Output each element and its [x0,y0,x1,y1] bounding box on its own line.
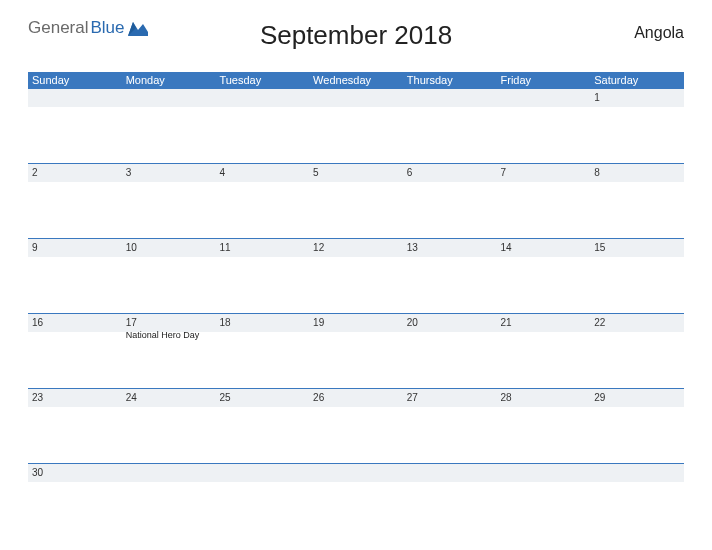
day-cell-body [122,482,216,538]
day-number: 9 [32,242,38,253]
day-cell-header: 7 [497,164,591,182]
day-number: 27 [407,392,418,403]
day-cell-header: 18 [215,314,309,332]
calendar-header: General Blue September 2018 Angola [28,18,684,66]
day-cell: 8 [590,164,684,239]
day-cell: 22 [590,314,684,389]
day-cell-header: 2 [28,164,122,182]
day-number: 13 [407,242,418,253]
day-cell-body [403,257,497,313]
day-cell: 25 [215,389,309,464]
week-row: 30 [28,464,684,539]
day-header-row: Sunday Monday Tuesday Wednesday Thursday… [28,72,684,89]
day-cell-body [403,407,497,463]
day-cell: 16 [28,314,122,389]
day-cell-body [590,257,684,313]
day-cell-header: 5 [309,164,403,182]
day-number: 7 [501,167,507,178]
day-number: 6 [407,167,413,178]
day-cell [497,464,591,539]
day-number: 23 [32,392,43,403]
day-cell: 18 [215,314,309,389]
day-cell-header [403,464,497,482]
day-number: 15 [594,242,605,253]
day-cell-header [497,89,591,107]
day-cell-body [309,107,403,163]
day-header-sunday: Sunday [28,72,122,89]
day-cell: 28 [497,389,591,464]
day-number: 10 [126,242,137,253]
day-header-monday: Monday [122,72,216,89]
day-number: 20 [407,317,418,328]
day-number: 25 [219,392,230,403]
day-cell [122,89,216,164]
day-number: 4 [219,167,225,178]
day-cell: 29 [590,389,684,464]
day-cell: 27 [403,389,497,464]
day-cell-body [403,332,497,388]
day-cell: 5 [309,164,403,239]
day-cell-body [590,482,684,538]
day-cell: 9 [28,239,122,314]
day-number: 3 [126,167,132,178]
day-cell-body [122,107,216,163]
day-cell: 26 [309,389,403,464]
day-number: 21 [501,317,512,328]
calendar-body: 1234567891011121314151617National Hero D… [28,89,684,539]
day-event: National Hero Day [126,329,212,342]
day-cell-header [403,89,497,107]
day-header-thursday: Thursday [403,72,497,89]
day-number: 28 [501,392,512,403]
day-cell-header: 29 [590,389,684,407]
day-cell: 14 [497,239,591,314]
week-row: 9101112131415 [28,239,684,314]
day-cell-body [28,482,122,538]
week-row: 1617National Hero Day1819202122 [28,314,684,389]
day-cell: 24 [122,389,216,464]
day-number: 5 [313,167,319,178]
day-header-saturday: Saturday [590,72,684,89]
day-cell-body [590,332,684,388]
day-cell-header [215,89,309,107]
day-header-wednesday: Wednesday [309,72,403,89]
day-cell-body [28,182,122,238]
day-cell: 2 [28,164,122,239]
day-cell-header: 12 [309,239,403,257]
day-cell-header: 3 [122,164,216,182]
day-cell-body [309,257,403,313]
day-cell: 11 [215,239,309,314]
day-cell-header: 6 [403,164,497,182]
day-number: 17 [126,317,137,328]
day-cell-header [122,89,216,107]
day-cell-body [28,332,122,388]
day-cell-body [215,332,309,388]
day-number: 24 [126,392,137,403]
day-cell-body [122,407,216,463]
day-number: 2 [32,167,38,178]
day-cell [403,89,497,164]
day-number: 8 [594,167,600,178]
calendar-grid: Sunday Monday Tuesday Wednesday Thursday… [28,72,684,538]
day-cell-body [215,482,309,538]
day-cell: 3 [122,164,216,239]
day-cell: 15 [590,239,684,314]
day-cell-body [590,107,684,163]
day-cell: 6 [403,164,497,239]
day-cell-body [28,257,122,313]
day-cell [309,89,403,164]
day-cell: 12 [309,239,403,314]
day-number: 16 [32,317,43,328]
day-number: 26 [313,392,324,403]
day-number: 14 [501,242,512,253]
day-cell-body [497,332,591,388]
day-cell: 7 [497,164,591,239]
day-cell-header [590,464,684,482]
day-cell-body [497,107,591,163]
day-cell [215,89,309,164]
day-cell-body [497,182,591,238]
day-cell-header: 8 [590,164,684,182]
day-cell-header: 23 [28,389,122,407]
day-cell-header: 24 [122,389,216,407]
day-cell-body [215,407,309,463]
day-cell-header: 21 [497,314,591,332]
